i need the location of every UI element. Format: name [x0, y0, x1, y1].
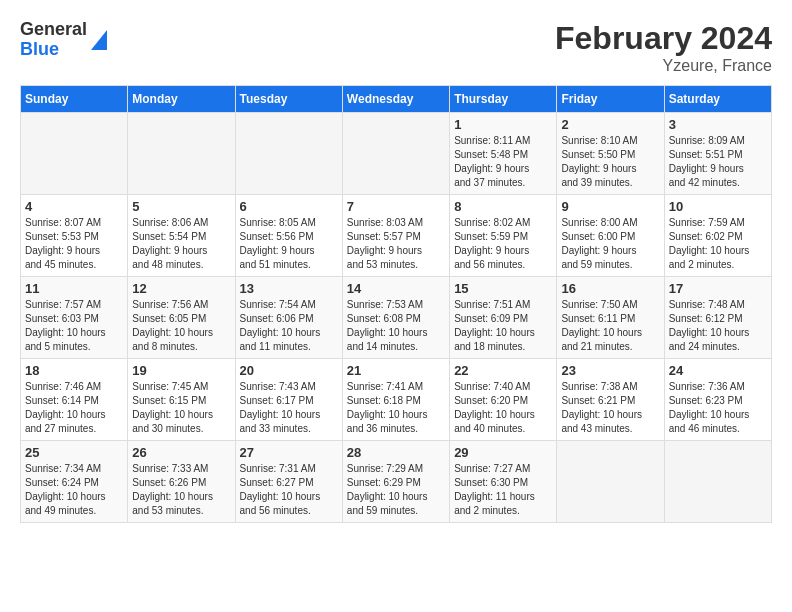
day-info: Sunrise: 7:34 AM Sunset: 6:24 PM Dayligh…: [25, 462, 123, 518]
day-number: 8: [454, 199, 552, 214]
calendar-week: 11Sunrise: 7:57 AM Sunset: 6:03 PM Dayli…: [21, 277, 772, 359]
calendar-header: SundayMondayTuesdayWednesdayThursdayFrid…: [21, 86, 772, 113]
day-info: Sunrise: 7:38 AM Sunset: 6:21 PM Dayligh…: [561, 380, 659, 436]
calendar-cell: 9Sunrise: 8:00 AM Sunset: 6:00 PM Daylig…: [557, 195, 664, 277]
day-info: Sunrise: 7:57 AM Sunset: 6:03 PM Dayligh…: [25, 298, 123, 354]
calendar-cell: 3Sunrise: 8:09 AM Sunset: 5:51 PM Daylig…: [664, 113, 771, 195]
calendar-cell: 22Sunrise: 7:40 AM Sunset: 6:20 PM Dayli…: [450, 359, 557, 441]
day-number: 17: [669, 281, 767, 296]
day-number: 7: [347, 199, 445, 214]
calendar-cell: 25Sunrise: 7:34 AM Sunset: 6:24 PM Dayli…: [21, 441, 128, 523]
day-info: Sunrise: 7:50 AM Sunset: 6:11 PM Dayligh…: [561, 298, 659, 354]
day-number: 28: [347, 445, 445, 460]
calendar-cell: 15Sunrise: 7:51 AM Sunset: 6:09 PM Dayli…: [450, 277, 557, 359]
day-number: 3: [669, 117, 767, 132]
calendar-cell: 10Sunrise: 7:59 AM Sunset: 6:02 PM Dayli…: [664, 195, 771, 277]
day-number: 19: [132, 363, 230, 378]
day-info: Sunrise: 8:11 AM Sunset: 5:48 PM Dayligh…: [454, 134, 552, 190]
day-number: 20: [240, 363, 338, 378]
calendar-cell: [21, 113, 128, 195]
calendar-week: 25Sunrise: 7:34 AM Sunset: 6:24 PM Dayli…: [21, 441, 772, 523]
day-number: 14: [347, 281, 445, 296]
calendar-cell: 20Sunrise: 7:43 AM Sunset: 6:17 PM Dayli…: [235, 359, 342, 441]
calendar-cell: [342, 113, 449, 195]
day-number: 1: [454, 117, 552, 132]
weekday-header: Thursday: [450, 86, 557, 113]
calendar-cell: 12Sunrise: 7:56 AM Sunset: 6:05 PM Dayli…: [128, 277, 235, 359]
day-info: Sunrise: 7:48 AM Sunset: 6:12 PM Dayligh…: [669, 298, 767, 354]
calendar-subtitle: Yzeure, France: [555, 57, 772, 75]
calendar-week: 1Sunrise: 8:11 AM Sunset: 5:48 PM Daylig…: [21, 113, 772, 195]
day-number: 6: [240, 199, 338, 214]
logo: General Blue: [20, 20, 107, 60]
calendar-cell: 11Sunrise: 7:57 AM Sunset: 6:03 PM Dayli…: [21, 277, 128, 359]
day-number: 11: [25, 281, 123, 296]
calendar-week: 18Sunrise: 7:46 AM Sunset: 6:14 PM Dayli…: [21, 359, 772, 441]
calendar-cell: [128, 113, 235, 195]
calendar-cell: 5Sunrise: 8:06 AM Sunset: 5:54 PM Daylig…: [128, 195, 235, 277]
day-number: 29: [454, 445, 552, 460]
weekday-header: Wednesday: [342, 86, 449, 113]
calendar-cell: 18Sunrise: 7:46 AM Sunset: 6:14 PM Dayli…: [21, 359, 128, 441]
day-number: 2: [561, 117, 659, 132]
calendar-cell: 28Sunrise: 7:29 AM Sunset: 6:29 PM Dayli…: [342, 441, 449, 523]
svg-marker-0: [91, 30, 107, 50]
day-info: Sunrise: 8:10 AM Sunset: 5:50 PM Dayligh…: [561, 134, 659, 190]
calendar-cell: 6Sunrise: 8:05 AM Sunset: 5:56 PM Daylig…: [235, 195, 342, 277]
title-section: February 2024 Yzeure, France: [555, 20, 772, 75]
logo-line1: General: [20, 20, 87, 40]
day-info: Sunrise: 7:45 AM Sunset: 6:15 PM Dayligh…: [132, 380, 230, 436]
day-info: Sunrise: 7:33 AM Sunset: 6:26 PM Dayligh…: [132, 462, 230, 518]
day-info: Sunrise: 8:05 AM Sunset: 5:56 PM Dayligh…: [240, 216, 338, 272]
day-number: 27: [240, 445, 338, 460]
calendar-cell: 7Sunrise: 8:03 AM Sunset: 5:57 PM Daylig…: [342, 195, 449, 277]
calendar-cell: 27Sunrise: 7:31 AM Sunset: 6:27 PM Dayli…: [235, 441, 342, 523]
calendar-cell: 19Sunrise: 7:45 AM Sunset: 6:15 PM Dayli…: [128, 359, 235, 441]
day-number: 5: [132, 199, 230, 214]
day-info: Sunrise: 7:46 AM Sunset: 6:14 PM Dayligh…: [25, 380, 123, 436]
day-number: 13: [240, 281, 338, 296]
day-number: 24: [669, 363, 767, 378]
day-number: 12: [132, 281, 230, 296]
logo-icon: [91, 30, 107, 50]
logo-line2: Blue: [20, 40, 87, 60]
calendar-cell: [557, 441, 664, 523]
day-number: 9: [561, 199, 659, 214]
calendar-week: 4Sunrise: 8:07 AM Sunset: 5:53 PM Daylig…: [21, 195, 772, 277]
day-info: Sunrise: 7:59 AM Sunset: 6:02 PM Dayligh…: [669, 216, 767, 272]
day-number: 16: [561, 281, 659, 296]
calendar-cell: 14Sunrise: 7:53 AM Sunset: 6:08 PM Dayli…: [342, 277, 449, 359]
calendar-cell: 13Sunrise: 7:54 AM Sunset: 6:06 PM Dayli…: [235, 277, 342, 359]
calendar-cell: 21Sunrise: 7:41 AM Sunset: 6:18 PM Dayli…: [342, 359, 449, 441]
day-info: Sunrise: 8:03 AM Sunset: 5:57 PM Dayligh…: [347, 216, 445, 272]
day-number: 25: [25, 445, 123, 460]
calendar-cell: 16Sunrise: 7:50 AM Sunset: 6:11 PM Dayli…: [557, 277, 664, 359]
day-info: Sunrise: 8:02 AM Sunset: 5:59 PM Dayligh…: [454, 216, 552, 272]
day-info: Sunrise: 7:56 AM Sunset: 6:05 PM Dayligh…: [132, 298, 230, 354]
calendar-cell: 4Sunrise: 8:07 AM Sunset: 5:53 PM Daylig…: [21, 195, 128, 277]
day-number: 4: [25, 199, 123, 214]
calendar-cell: 26Sunrise: 7:33 AM Sunset: 6:26 PM Dayli…: [128, 441, 235, 523]
weekday-header: Monday: [128, 86, 235, 113]
weekday-header: Friday: [557, 86, 664, 113]
day-number: 22: [454, 363, 552, 378]
calendar-cell: [664, 441, 771, 523]
day-number: 23: [561, 363, 659, 378]
day-info: Sunrise: 7:31 AM Sunset: 6:27 PM Dayligh…: [240, 462, 338, 518]
calendar-cell: 23Sunrise: 7:38 AM Sunset: 6:21 PM Dayli…: [557, 359, 664, 441]
day-number: 15: [454, 281, 552, 296]
calendar-cell: [235, 113, 342, 195]
day-info: Sunrise: 7:41 AM Sunset: 6:18 PM Dayligh…: [347, 380, 445, 436]
day-info: Sunrise: 8:07 AM Sunset: 5:53 PM Dayligh…: [25, 216, 123, 272]
day-info: Sunrise: 7:27 AM Sunset: 6:30 PM Dayligh…: [454, 462, 552, 518]
day-info: Sunrise: 7:51 AM Sunset: 6:09 PM Dayligh…: [454, 298, 552, 354]
day-info: Sunrise: 7:29 AM Sunset: 6:29 PM Dayligh…: [347, 462, 445, 518]
day-info: Sunrise: 7:54 AM Sunset: 6:06 PM Dayligh…: [240, 298, 338, 354]
day-info: Sunrise: 8:00 AM Sunset: 6:00 PM Dayligh…: [561, 216, 659, 272]
calendar-title: February 2024: [555, 20, 772, 57]
weekday-header: Saturday: [664, 86, 771, 113]
day-info: Sunrise: 7:53 AM Sunset: 6:08 PM Dayligh…: [347, 298, 445, 354]
day-info: Sunrise: 7:36 AM Sunset: 6:23 PM Dayligh…: [669, 380, 767, 436]
day-number: 10: [669, 199, 767, 214]
calendar-cell: 17Sunrise: 7:48 AM Sunset: 6:12 PM Dayli…: [664, 277, 771, 359]
